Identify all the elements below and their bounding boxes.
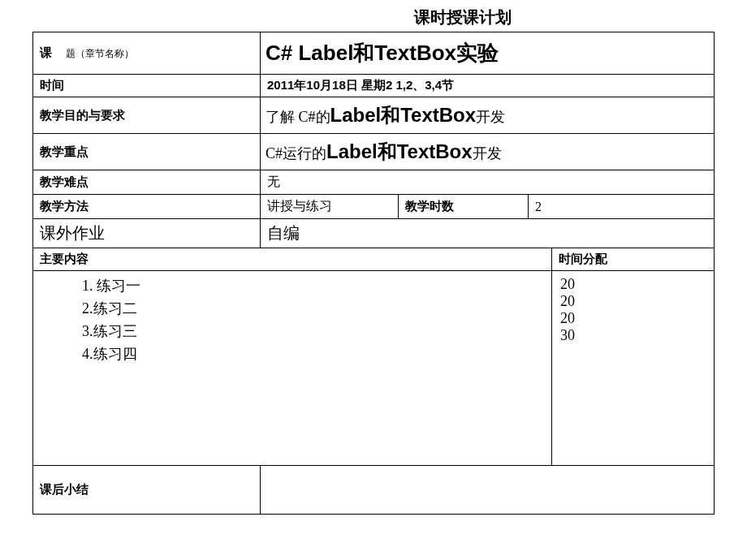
goal-label: 教学目的与要求 (33, 97, 261, 134)
lesson-plan-table: 课 题（章节名称） C# Label和TextBox实验 时间 2011年10月… (32, 32, 715, 515)
goal-suffix: 开发 (476, 109, 505, 125)
homework-row: 课外作业 自编 (33, 219, 715, 248)
list-item: 4.练习四 (82, 344, 543, 364)
time-item: 20 (560, 310, 706, 327)
topic-row: 课 题（章节名称） C# Label和TextBox实验 (33, 32, 715, 75)
content-header-row: 主要内容 时间分配 (33, 248, 715, 271)
time-label: 时间 (33, 75, 261, 97)
topic-label-sub: 题（章节名称） (66, 48, 134, 59)
focus-big: Label和TextBox (326, 140, 473, 162)
list-item: 1. 练习一 (82, 276, 543, 295)
time-value: 2011年10月18日 星期2 1,2、3,4节 (261, 75, 715, 97)
content-cell: 1. 练习一 2.练习二 3.练习三 4.练习四 (33, 271, 552, 466)
method-label: 教学方法 (33, 195, 261, 219)
content-list: 1. 练习一 2.练习二 3.练习三 4.练习四 (41, 276, 543, 364)
homework-value: 自编 (261, 219, 715, 248)
focus-prefix: C#运行的 (266, 145, 326, 162)
focus-row: 教学重点 C#运行的Label和TextBox开发 (33, 134, 715, 170)
method-row: 教学方法 讲授与练习 教学时数 2 (33, 195, 715, 219)
topic-value: C# Label和TextBox实验 (261, 32, 715, 75)
time-item: 20 (560, 276, 706, 293)
difficulty-label: 教学难点 (33, 170, 261, 195)
time-list: 20 20 20 30 (560, 276, 706, 344)
homework-label: 课外作业 (33, 219, 261, 248)
goal-big: Label和TextBox (330, 104, 477, 126)
focus-suffix: 开发 (473, 145, 502, 162)
hours-value: 2 (529, 195, 715, 219)
method-value: 讲授与练习 (261, 195, 399, 219)
list-item: 3.练习三 (82, 321, 543, 341)
difficulty-value: 无 (261, 170, 715, 195)
difficulty-row: 教学难点 无 (33, 170, 715, 195)
time-item: 20 (560, 293, 706, 310)
content-label: 主要内容 (33, 248, 552, 271)
summary-value (261, 466, 715, 515)
time-alloc-label: 时间分配 (552, 248, 715, 271)
time-row: 时间 2011年10月18日 星期2 1,2、3,4节 (33, 75, 715, 97)
content-body-row: 1. 练习一 2.练习二 3.练习三 4.练习四 20 20 20 30 (33, 271, 715, 466)
document-title: 课时授课计划 (32, 6, 715, 28)
time-alloc-cell: 20 20 20 30 (552, 271, 715, 466)
list-item: 2.练习二 (82, 299, 543, 318)
goal-row: 教学目的与要求 了解 C#的Label和TextBox开发 (33, 97, 715, 134)
hours-label: 教学时数 (399, 195, 529, 219)
summary-row: 课后小结 (33, 466, 715, 515)
focus-value: C#运行的Label和TextBox开发 (261, 134, 715, 170)
goal-value: 了解 C#的Label和TextBox开发 (261, 97, 715, 134)
summary-label: 课后小结 (33, 466, 261, 515)
goal-prefix: 了解 C#的 (266, 109, 330, 125)
focus-label: 教学重点 (33, 134, 261, 170)
topic-label-main: 课 (40, 45, 52, 59)
time-item: 30 (560, 327, 706, 344)
